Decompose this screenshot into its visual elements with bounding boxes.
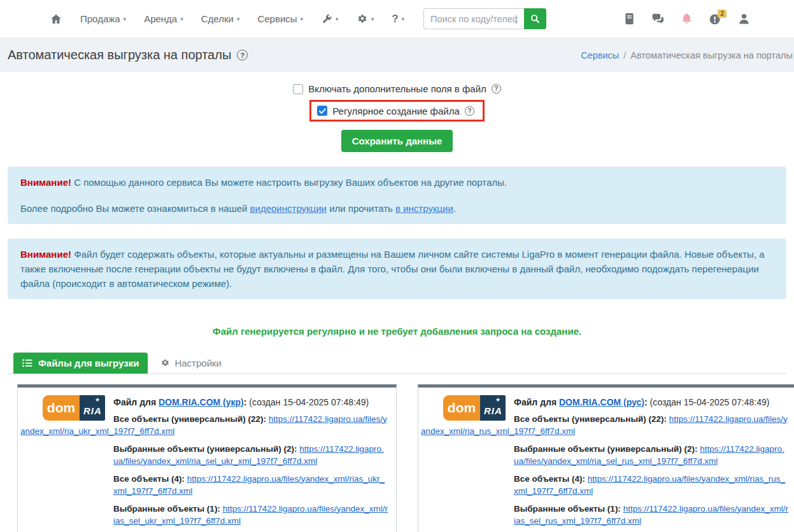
file-line: Все объекты (4): https://117422.ligapro.… <box>514 473 789 497</box>
extra-fields-help-icon[interactable]: ? <box>492 84 501 94</box>
save-button[interactable]: Сохранить данные <box>341 130 453 152</box>
gear-icon <box>357 13 368 25</box>
portal-card-dom-ria-rus: dom ★RIA Файл для DOM.RIA.COM (рус): (со… <box>418 384 794 532</box>
portal-site-link[interactable]: DOM.RIA.COM (укр) <box>159 397 244 407</box>
file-line: Выбранные объекты (1): https://117422.li… <box>514 503 789 527</box>
chevron-down-icon: ▾ <box>180 16 183 22</box>
regular-file-checkbox-row[interactable]: Регулярное создание файла ? <box>317 106 474 116</box>
file-line: Все объекты (4): https://117422.ligapro.… <box>113 473 388 497</box>
info-notice-2: Внимание! Файл будет содержать объекты, … <box>8 239 786 299</box>
chevron-down-icon: ▾ <box>402 16 405 22</box>
file-line: Выбранные объекты (1): https://117422.li… <box>113 503 388 527</box>
info-notice-1: Внимание! С помощью данного сервиса Вы м… <box>8 167 786 224</box>
tab-bar: Файлы для выгрузки Настройки <box>8 353 786 374</box>
regular-file-help-icon[interactable]: ? <box>465 106 474 116</box>
nav-sales-menu[interactable]: Продажа▾ <box>80 13 126 24</box>
journal-icon[interactable] <box>623 12 636 25</box>
help-icon: ? <box>392 13 398 25</box>
portal-site-link[interactable]: DOM.RIA.COM (рус) <box>559 397 644 407</box>
extra-fields-checkbox-row[interactable]: Включать дополнительные поля в файл ? <box>293 83 501 94</box>
top-navigation: Продажа▾ Аренда▾ Сделки▾ Сервисы▾ ▾ ▾ ? … <box>0 0 794 38</box>
nav-deals-menu[interactable]: Сделки▾ <box>201 13 240 24</box>
breadcrumb-services-link[interactable]: Сервисы <box>581 50 619 60</box>
tab-settings[interactable]: Настройки <box>155 353 227 374</box>
search-group <box>423 8 546 29</box>
chevron-down-icon: ▾ <box>237 16 240 22</box>
alerts-count-badge: 2 <box>718 10 727 18</box>
title-bar: Автоматическая выгрузка на порталы ? Сер… <box>0 38 794 72</box>
file-generation-status: Файл генерируется регулярно и не требует… <box>0 326 794 337</box>
wrench-icon <box>321 13 332 25</box>
list-icon <box>22 359 32 367</box>
chevron-down-icon: ▾ <box>301 16 304 22</box>
messages-icon[interactable] <box>651 12 665 25</box>
page-title: Автоматическая выгрузка на порталы ? <box>8 48 248 62</box>
dom-ria-logo: dom ★RIA <box>43 395 105 421</box>
file-line: Выбранные объекты (универсальный) (2): h… <box>113 443 388 467</box>
chevron-down-icon: ▾ <box>336 16 339 22</box>
nav-tools-menu[interactable]: ▾ <box>321 13 339 25</box>
portal-cards: dom ★RIA Файл для DOM.RIA.COM (укр): (со… <box>17 384 794 532</box>
nav-help-menu[interactable]: ? ▾ <box>392 13 404 25</box>
nav-settings-menu[interactable]: ▾ <box>357 13 374 25</box>
nav-services-menu[interactable]: Сервисы▾ <box>257 13 303 24</box>
extra-fields-checkbox[interactable] <box>293 84 303 94</box>
chevron-down-icon: ▾ <box>124 16 127 22</box>
export-settings-form: Включать дополнительные поля в файл ? Ре… <box>0 72 794 152</box>
breadcrumb-current: Автоматическая выгрузка на порталы <box>630 50 793 60</box>
alerts-icon[interactable]: 2 <box>709 12 722 25</box>
chevron-down-icon: ▾ <box>371 16 374 22</box>
checkmark-icon <box>319 108 326 114</box>
search-icon <box>530 13 541 24</box>
instruction-link[interactable]: в инструкции <box>395 203 453 214</box>
portal-card-dom-ria-ukr: dom ★RIA Файл для DOM.RIA.COM (укр): (со… <box>17 384 397 532</box>
video-instruction-link[interactable]: видеоинструкции <box>250 203 327 214</box>
tab-export-files[interactable]: Файлы для выгрузки <box>13 353 148 374</box>
notifications-bell-icon[interactable] <box>680 12 693 25</box>
file-line: Выбранные объекты (универсальный) (2): h… <box>514 443 789 467</box>
regular-file-checkbox[interactable] <box>317 106 327 116</box>
red-highlight-annotation: Регулярное создание файла ? <box>309 100 485 122</box>
star-icon: ★ <box>495 396 500 403</box>
search-input[interactable] <box>423 8 524 29</box>
header-icon-group: 2 <box>623 12 751 25</box>
gear-icon <box>160 358 170 368</box>
nav-rent-menu[interactable]: Аренда▾ <box>144 13 183 24</box>
user-profile-icon[interactable] <box>737 12 751 25</box>
search-button[interactable] <box>524 8 546 29</box>
page-help-icon[interactable]: ? <box>237 50 248 60</box>
dom-ria-logo: dom ★RIA <box>443 395 506 421</box>
breadcrumb: Сервисы/Автоматическая выгрузка на порта… <box>581 50 793 60</box>
home-icon[interactable] <box>50 13 62 25</box>
star-icon: ★ <box>95 396 100 403</box>
